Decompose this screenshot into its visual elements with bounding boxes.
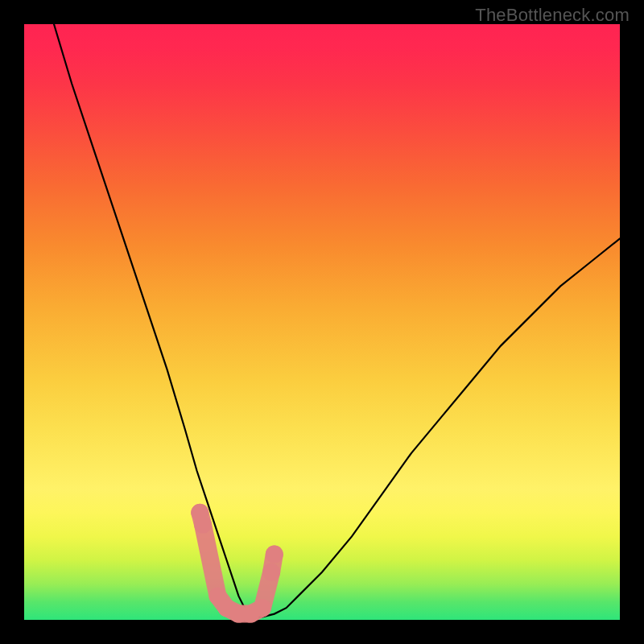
bottleneck-curve bbox=[54, 24, 620, 617]
data-marker bbox=[254, 599, 271, 617]
data-marker bbox=[194, 516, 212, 534]
data-marker bbox=[262, 564, 280, 581]
chart-frame: TheBottleneck.com bbox=[0, 0, 644, 644]
watermark-text: TheBottleneck.com bbox=[475, 5, 630, 26]
data-marker bbox=[266, 546, 283, 564]
chart-svg bbox=[24, 24, 620, 620]
plot-area bbox=[24, 24, 620, 620]
